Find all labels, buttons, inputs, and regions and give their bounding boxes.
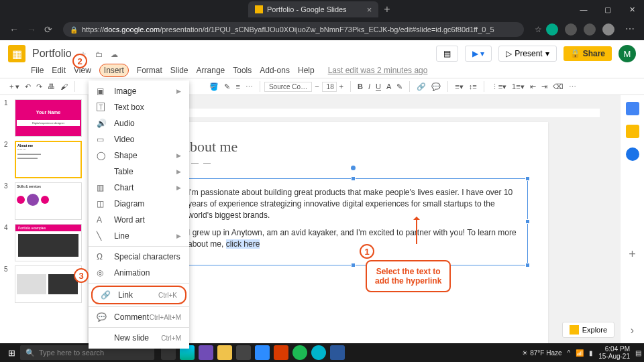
- slides-logo-icon[interactable]: ▦: [8, 45, 25, 62]
- settings-icon[interactable]: [236, 345, 251, 360]
- close-window-button[interactable]: ✕: [620, 5, 644, 14]
- back-button[interactable]: ←: [9, 24, 19, 35]
- insert-diagram[interactable]: ◫Diagram: [89, 196, 189, 212]
- slideshow-button[interactable]: ▶ ▾: [465, 46, 492, 62]
- ext-icon[interactable]: [584, 23, 596, 36]
- body-paragraph-2[interactable]: I grew up in Anytown, am an avid kayaker…: [188, 227, 519, 250]
- insert-audio[interactable]: 🔊Audio: [89, 115, 189, 131]
- body-textbox[interactable]: I'm passionate about building great prod…: [179, 178, 528, 265]
- fill-color-button[interactable]: 🪣: [209, 82, 219, 91]
- insert-link[interactable]: 🔗LinkCtrl+K: [91, 286, 186, 304]
- last-edit-text[interactable]: Last edit was 2 minutes ago: [328, 66, 428, 75]
- insert-special-chars[interactable]: ΩSpecial characters: [89, 249, 189, 265]
- insert-link-button[interactable]: 🔗: [417, 82, 426, 91]
- resize-handle[interactable]: [525, 219, 530, 224]
- insert-new-slide[interactable]: New slideCtrl+M: [89, 330, 189, 346]
- menu-slide[interactable]: Slide: [170, 66, 189, 75]
- clock-date[interactable]: 15-Aug-21: [598, 353, 630, 360]
- maximize-button[interactable]: ▢: [596, 5, 620, 14]
- highlight-button[interactable]: ✎: [396, 82, 402, 91]
- insert-image[interactable]: ▣Image▶: [89, 83, 189, 99]
- slide-thumb-2[interactable]: About me━ ━ ━▬▬▬▬▬▬▬▬▬▬▬▬▬: [15, 141, 82, 178]
- address-input[interactable]: 🔒 https://docs.google.com/presentation/d…: [63, 22, 524, 37]
- account-avatar[interactable]: M: [619, 45, 636, 62]
- browser-tab[interactable]: Portfolio - Google Slides ×: [248, 1, 378, 17]
- new-tab-button[interactable]: +: [384, 3, 390, 15]
- insert-video[interactable]: ▭Video: [89, 131, 189, 147]
- insert-comment-button[interactable]: 💬: [431, 82, 441, 91]
- italic-button[interactable]: I: [368, 82, 370, 90]
- slide-thumb-5[interactable]: [15, 265, 82, 303]
- new-slide-button[interactable]: + ▾: [9, 82, 19, 91]
- ext-icon[interactable]: [546, 23, 558, 36]
- menu-arrange[interactable]: Arrange: [197, 66, 225, 75]
- tray-chevron-icon[interactable]: ^: [568, 349, 571, 357]
- app-icon[interactable]: [199, 345, 213, 360]
- resize-handle[interactable]: [525, 176, 530, 181]
- insert-shape[interactable]: ◯Shape▶: [89, 147, 189, 164]
- notifications-icon[interactable]: ▤: [635, 349, 641, 357]
- wifi-icon[interactable]: 📶: [576, 349, 584, 357]
- menu-addons[interactable]: Add-ons: [260, 66, 290, 75]
- move-icon[interactable]: 🗀: [95, 50, 103, 58]
- menu-file[interactable]: File: [31, 66, 44, 75]
- spotify-icon[interactable]: [292, 345, 307, 360]
- battery-icon[interactable]: ▮: [589, 349, 593, 357]
- border-color-button[interactable]: ✎: [224, 82, 230, 91]
- share-button[interactable]: 🔒 Share: [564, 46, 612, 61]
- insert-chart[interactable]: ▥Chart▶: [89, 180, 189, 196]
- comments-button[interactable]: ▤: [436, 46, 458, 62]
- resize-handle[interactable]: [525, 263, 530, 267]
- forward-button[interactable]: →: [27, 24, 36, 35]
- app-icon[interactable]: [311, 345, 326, 360]
- resize-handle[interactable]: [351, 176, 356, 181]
- word-icon[interactable]: [330, 345, 345, 360]
- zoom-icon[interactable]: [255, 345, 270, 360]
- body-paragraph-1[interactable]: I'm passionate about building great prod…: [188, 187, 519, 221]
- font-select[interactable]: Source Co…: [264, 82, 312, 92]
- browser-menu-icon[interactable]: ⋯: [625, 23, 635, 36]
- line-spacing-button[interactable]: ↕≡: [469, 82, 477, 90]
- reload-button[interactable]: ⟳: [44, 24, 52, 35]
- menu-format[interactable]: Format: [137, 66, 162, 75]
- tasks-icon[interactable]: [626, 147, 639, 161]
- font-size-input[interactable]: 18: [322, 82, 337, 92]
- bullet-list-button[interactable]: ⋮≡▾: [491, 82, 506, 91]
- paint-format-button[interactable]: 🖌: [60, 82, 68, 90]
- insert-animation[interactable]: ◎Animation: [89, 265, 189, 281]
- minimize-button[interactable]: —: [572, 5, 596, 14]
- border-dash-button[interactable]: ⋯: [246, 82, 253, 91]
- start-button[interactable]: ⊞: [3, 344, 20, 361]
- document-title[interactable]: Portfolio: [32, 48, 72, 59]
- resize-handle[interactable]: [351, 263, 356, 267]
- font-size-inc[interactable]: +: [339, 82, 343, 90]
- insert-textbox[interactable]: 🅃Text box: [89, 99, 189, 115]
- insert-comment[interactable]: 💬CommentCtrl+Alt+M: [89, 309, 189, 325]
- ext-icon[interactable]: [565, 23, 577, 36]
- align-button[interactable]: ≡▾: [455, 82, 463, 91]
- more-button[interactable]: ⋯: [569, 82, 576, 91]
- menu-tools[interactable]: Tools: [233, 66, 252, 75]
- slide-thumb-1[interactable]: Your Name Digital experience designer: [15, 99, 82, 137]
- slide-title[interactable]: About me: [179, 138, 528, 156]
- office-icon[interactable]: [274, 345, 288, 360]
- tab-close-icon[interactable]: ×: [367, 5, 372, 15]
- redo-button[interactable]: ↷: [36, 82, 42, 91]
- profile-icon[interactable]: [602, 23, 614, 36]
- indent-inc-button[interactable]: ⇥: [541, 82, 547, 91]
- menu-insert[interactable]: Insert: [99, 64, 129, 77]
- insert-wordart[interactable]: AWord art: [89, 212, 189, 228]
- explore-button[interactable]: Explore: [562, 322, 614, 338]
- rotate-handle[interactable]: [351, 166, 356, 170]
- clear-format-button[interactable]: ⌫: [553, 82, 564, 91]
- insert-line[interactable]: ╲Line▶: [89, 228, 189, 244]
- bold-button[interactable]: B: [358, 82, 363, 90]
- weather-widget[interactable]: ☀ 87°F Haze: [522, 349, 561, 357]
- collapse-panel-icon[interactable]: ›: [631, 324, 634, 337]
- explorer-icon[interactable]: [217, 345, 232, 360]
- cloud-icon[interactable]: ☁: [111, 50, 118, 58]
- clock-time[interactable]: 6:04 PM: [598, 345, 630, 353]
- present-button[interactable]: ▷ Present ▾: [498, 46, 556, 62]
- font-size-dec[interactable]: −: [315, 82, 319, 90]
- addon-plus-icon[interactable]: +: [629, 247, 636, 261]
